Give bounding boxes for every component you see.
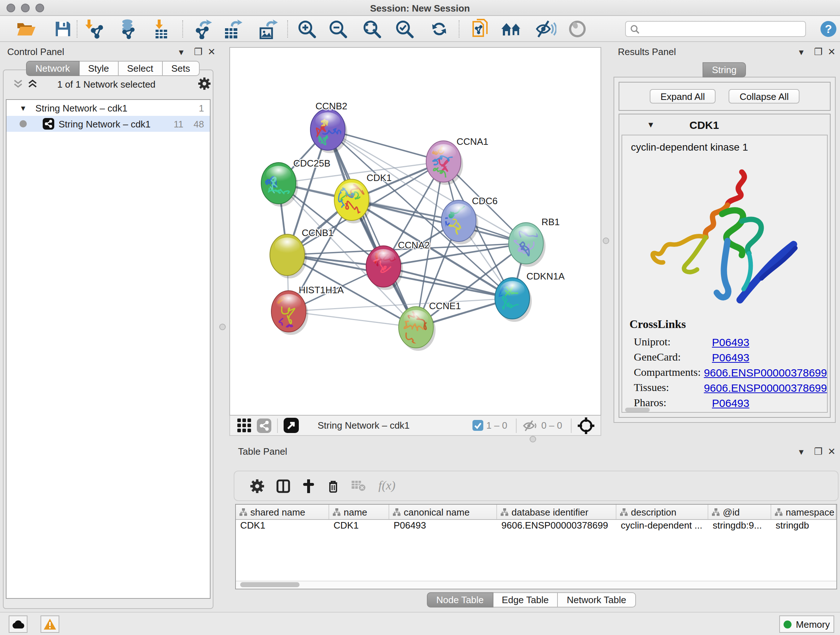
show-columns-icon[interactable] [276, 479, 290, 493]
crosslink-tissues-link[interactable]: 9606.ENSP00000378699 [704, 382, 827, 394]
tree-network-row-selected[interactable]: String Network – cdk1 11 48 [6, 116, 210, 132]
entry-hscrollbar-thumb[interactable] [625, 408, 650, 412]
panel-close-icon[interactable]: ✕ [828, 446, 836, 457]
result-entry-header[interactable]: ▼ CDK1 [619, 114, 830, 135]
import-database-button[interactable] [115, 18, 140, 40]
right-splitter-handle[interactable] [603, 238, 609, 244]
table-cell[interactable]: 9606.ENSP00000378699 [497, 520, 616, 535]
column-header[interactable]: namespace [771, 505, 836, 519]
tree-root-row[interactable]: ▼ String Network – cdk1 1 [6, 100, 210, 116]
network-node[interactable] [508, 221, 546, 267]
network-edge[interactable] [289, 298, 512, 311]
network-node[interactable] [366, 246, 403, 290]
zoom-out-button[interactable] [325, 18, 350, 40]
network-options-gear-icon[interactable] [198, 78, 210, 90]
tab-network[interactable]: Network [26, 61, 79, 76]
node-table[interactable]: shared namenamecanonical namedatabase id… [235, 504, 837, 589]
bottom-splitter-handle[interactable] [530, 436, 536, 442]
table-cell[interactable]: stringdb [771, 520, 836, 535]
export-network-button[interactable] [190, 18, 215, 40]
search-input[interactable] [643, 23, 801, 35]
tab-node-table[interactable]: Node Table [427, 592, 493, 608]
panel-close-icon[interactable]: ✕ [828, 46, 836, 57]
network-node[interactable] [426, 141, 463, 185]
crosslink-pharos-link[interactable]: P06493 [712, 397, 749, 409]
expand-all-button[interactable]: Expand All [650, 89, 716, 103]
zoom-fit-button[interactable] [360, 18, 384, 40]
crosslink-compartments-link[interactable]: 9606.ENSP00000378699 [704, 366, 827, 379]
network-node[interactable] [399, 307, 436, 353]
import-network-button[interactable] [82, 18, 107, 40]
export-image-button[interactable] [256, 18, 280, 40]
panel-menu-arrow-icon[interactable]: ▼ [797, 448, 805, 456]
collapse-all-icon[interactable] [13, 79, 24, 89]
panel-menu-arrow-icon[interactable]: ▼ [797, 48, 805, 57]
fit-selected-crosshair-icon[interactable] [577, 417, 595, 434]
zoom-in-button[interactable] [294, 18, 319, 40]
tab-network-table[interactable]: Network Table [558, 592, 636, 608]
table-hscrollbar-thumb[interactable] [240, 582, 300, 587]
tab-string[interactable]: String [703, 62, 746, 78]
network-edge[interactable] [328, 130, 416, 327]
network-share-icon-disabled[interactable] [257, 418, 271, 432]
detach-view-icon[interactable] [284, 418, 299, 433]
zoom-selected-button[interactable] [392, 18, 417, 40]
export-table-button[interactable] [220, 18, 245, 40]
birdseye-grid-icon[interactable] [237, 418, 251, 432]
column-header[interactable]: shared name [236, 505, 329, 519]
tab-style[interactable]: Style [79, 61, 118, 76]
crosslink-genecard-link[interactable]: P06493 [712, 351, 749, 363]
hide-glass-effect-button[interactable] [533, 18, 558, 40]
network-node[interactable] [270, 291, 308, 335]
memory-button[interactable]: Memory [779, 616, 834, 633]
import-table-button[interactable] [148, 18, 173, 40]
table-cell[interactable]: CDK1 [236, 520, 329, 535]
column-header[interactable]: description [616, 505, 708, 519]
table-hscrollbar[interactable] [236, 581, 836, 588]
warning-status-button[interactable] [41, 616, 59, 633]
search-field[interactable] [625, 21, 806, 37]
string-home-button[interactable] [499, 18, 524, 40]
network-node[interactable] [270, 234, 307, 279]
network-node[interactable] [495, 278, 532, 322]
column-header[interactable]: @id [708, 505, 771, 519]
table-cell[interactable]: cyclin-dependent ... [616, 520, 708, 535]
panel-menu-arrow-icon[interactable]: ▼ [177, 48, 185, 57]
tree-expand-arrow-icon[interactable]: ▼ [19, 104, 27, 112]
column-header[interactable]: name [329, 505, 389, 519]
table-cell[interactable]: stringdb:9... [708, 520, 771, 535]
duplicate-network-button[interactable] [468, 18, 493, 40]
expand-all-icon[interactable] [27, 79, 38, 89]
collapse-all-button[interactable]: Collapse All [729, 89, 800, 103]
open-session-button[interactable] [14, 18, 38, 40]
panel-close-icon[interactable]: ✕ [208, 46, 216, 57]
panel-float-icon[interactable]: ❐ [194, 46, 202, 57]
entry-collapse-arrow-icon[interactable]: ▼ [647, 120, 655, 129]
refresh-layout-button[interactable] [427, 18, 452, 40]
network-graph[interactable]: CCNB2CCNA1CDC25BCDK1CDC6RB1CCNB1CCNA2CDK… [230, 48, 600, 415]
help-button[interactable]: ? [816, 18, 840, 40]
table-cell[interactable]: CDK1 [329, 520, 389, 535]
table-options-gear-icon[interactable] [250, 479, 264, 493]
create-column-plus-icon[interactable] [302, 479, 315, 493]
table-cell[interactable]: P06493 [389, 520, 497, 535]
panel-float-icon[interactable]: ❐ [814, 46, 822, 57]
tab-edge-table[interactable]: Edge Table [493, 592, 558, 608]
network-node[interactable] [310, 109, 347, 153]
network-canvas[interactable]: CCNB2CCNA1CDC25BCDK1CDC6RB1CCNB1CCNA2CDK… [229, 47, 601, 416]
tab-select[interactable]: Select [118, 61, 163, 76]
column-header[interactable]: database identifier [497, 505, 616, 519]
cloud-status-button[interactable] [9, 616, 27, 633]
selected-checkbox-icon[interactable] [472, 420, 483, 431]
panel-float-icon[interactable]: ❐ [814, 446, 822, 457]
presentation-mode-button[interactable] [565, 18, 590, 40]
network-node[interactable] [334, 179, 371, 223]
left-splitter-handle[interactable] [219, 324, 226, 330]
crosslink-uniprot-link[interactable]: P06493 [712, 336, 749, 348]
column-header[interactable]: canonical name [389, 505, 497, 519]
save-session-button[interactable] [51, 18, 75, 40]
export-network-icon [193, 19, 213, 39]
delete-column-trash-icon[interactable] [327, 479, 339, 493]
tab-sets[interactable]: Sets [163, 61, 199, 76]
table-row[interactable]: CDK1CDK1P064939606.ENSP00000378699cyclin… [236, 520, 836, 535]
